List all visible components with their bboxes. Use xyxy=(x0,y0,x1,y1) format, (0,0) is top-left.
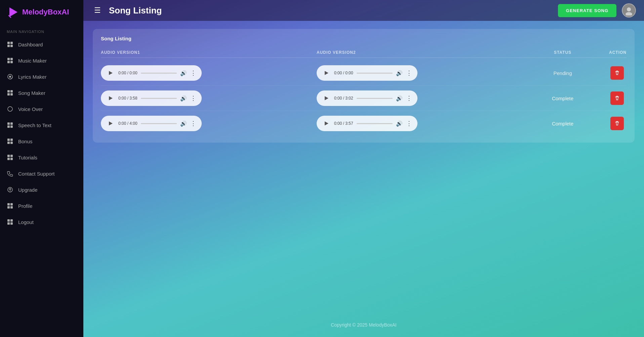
avatar[interactable] xyxy=(622,3,636,17)
table-row: 0:00 / 4:00 🔊 ⋮ 0:00 / 3:57 🔊 ⋮ xyxy=(101,111,627,136)
progress-bar[interactable] xyxy=(357,123,393,124)
audio-time: 0:00 / 4:00 xyxy=(118,121,137,126)
generate-song-button[interactable]: GENERATE SONG xyxy=(558,4,616,17)
svg-rect-2 xyxy=(7,42,10,44)
sidebar-item-contact-support[interactable]: Contact Support xyxy=(0,165,83,182)
content-area: Song Listing AUDIO VERSION1 AUDIO VERSIO… xyxy=(83,21,644,313)
main-content: ☰ Song Listing GENERATE SONG Song Listin… xyxy=(83,0,644,337)
svg-rect-33 xyxy=(10,206,13,209)
sidebar-item-lyrics-maker[interactable]: Lyrics Maker xyxy=(0,69,83,85)
more-options-button[interactable]: ⋮ xyxy=(406,95,412,102)
col-audio2: AUDIO VERSION2 xyxy=(317,50,532,55)
svg-rect-18 xyxy=(10,122,13,125)
svg-rect-14 xyxy=(7,93,10,96)
play-button[interactable] xyxy=(322,119,331,128)
sidebar-item-song-maker[interactable]: Song Maker xyxy=(0,85,83,101)
voice-icon xyxy=(7,106,13,112)
music-icon xyxy=(7,57,13,64)
progress-bar[interactable] xyxy=(141,73,177,74)
svg-rect-12 xyxy=(7,90,10,92)
svg-rect-34 xyxy=(7,219,10,222)
play-button[interactable] xyxy=(106,69,115,77)
svg-point-11 xyxy=(9,76,11,78)
progress-bar[interactable] xyxy=(141,123,177,124)
svg-rect-31 xyxy=(10,203,13,205)
col-action: ACTION xyxy=(593,50,627,55)
sidebar-item-label: Bonus xyxy=(18,139,33,144)
progress-bar[interactable] xyxy=(141,98,177,99)
more-options-button[interactable]: ⋮ xyxy=(406,69,412,77)
more-options-button[interactable]: ⋮ xyxy=(406,120,412,127)
sidebar-item-tutorials[interactable]: Tutorials xyxy=(0,149,83,165)
sidebar-item-label: Contact Support xyxy=(18,171,54,177)
grid-icon xyxy=(7,41,13,48)
sidebar-item-bonus[interactable]: Bonus xyxy=(0,133,83,149)
more-options-button[interactable]: ⋮ xyxy=(190,95,196,102)
play-button[interactable] xyxy=(106,119,115,128)
audio-player-row3-v1: 0:00 / 4:00 🔊 ⋮ xyxy=(101,116,202,131)
profile-icon xyxy=(7,202,13,209)
sidebar-item-logout[interactable]: Logout xyxy=(0,214,83,230)
svg-rect-23 xyxy=(7,142,10,144)
sidebar-item-dashboard[interactable]: Dashboard xyxy=(0,36,83,52)
svg-rect-24 xyxy=(10,142,13,144)
at-icon xyxy=(7,73,13,80)
play-button[interactable] xyxy=(106,94,115,103)
volume-icon[interactable]: 🔊 xyxy=(396,70,403,76)
table-header: AUDIO VERSION1 AUDIO VERSION2 STATUS ACT… xyxy=(101,47,627,58)
svg-rect-17 xyxy=(7,122,10,125)
more-options-button[interactable]: ⋮ xyxy=(190,120,196,127)
sidebar: MelodyBoxAI MAIN NAVIGATION Dashboard Mu… xyxy=(0,0,83,337)
play-button[interactable] xyxy=(322,69,331,77)
svg-rect-26 xyxy=(10,155,13,157)
audio-player-row1-v1: 0:00 / 0:00 🔊 ⋮ xyxy=(101,65,202,81)
speech-icon xyxy=(7,122,13,128)
status-badge: Pending xyxy=(532,70,593,76)
svg-rect-4 xyxy=(7,45,10,47)
volume-icon[interactable]: 🔊 xyxy=(396,120,403,127)
svg-rect-19 xyxy=(7,125,10,128)
sidebar-item-label: Logout xyxy=(18,219,34,225)
svg-rect-28 xyxy=(10,158,13,160)
delete-button[interactable] xyxy=(610,66,624,80)
play-button[interactable] xyxy=(322,94,331,103)
svg-rect-22 xyxy=(10,139,13,141)
action-cell xyxy=(593,117,627,130)
svg-rect-20 xyxy=(10,125,13,128)
sidebar-item-speech-to-text[interactable]: Speech to Text xyxy=(0,117,83,133)
volume-icon[interactable]: 🔊 xyxy=(180,120,187,127)
more-options-button[interactable]: ⋮ xyxy=(190,69,196,77)
svg-rect-36 xyxy=(7,222,10,225)
footer: Copyright © 2025 MelodyBoxAI xyxy=(83,313,644,337)
topbar: ☰ Song Listing GENERATE SONG xyxy=(83,0,644,21)
bonus-icon xyxy=(7,138,13,145)
sidebar-item-voice-over[interactable]: Voice Over xyxy=(0,101,83,117)
svg-marker-44 xyxy=(109,121,113,125)
svg-rect-37 xyxy=(10,222,13,225)
action-cell xyxy=(593,91,627,105)
delete-button[interactable] xyxy=(610,91,624,105)
svg-rect-6 xyxy=(7,58,10,60)
hamburger-button[interactable]: ☰ xyxy=(91,5,104,16)
progress-bar[interactable] xyxy=(357,98,393,99)
sidebar-item-label: Speech to Text xyxy=(18,122,51,128)
volume-icon[interactable]: 🔊 xyxy=(180,95,187,102)
sidebar-item-profile[interactable]: Profile xyxy=(0,198,83,214)
svg-rect-25 xyxy=(7,155,10,157)
sidebar-item-music-maker[interactable]: Music Maker xyxy=(0,52,83,69)
sidebar-item-upgrade[interactable]: Upgrade xyxy=(0,182,83,198)
progress-bar[interactable] xyxy=(357,73,393,74)
topbar-left: ☰ Song Listing xyxy=(91,5,162,16)
volume-icon[interactable]: 🔊 xyxy=(180,70,187,76)
svg-rect-13 xyxy=(10,90,13,92)
tutorials-icon xyxy=(7,154,13,161)
col-audio1: AUDIO VERSION1 xyxy=(101,50,317,55)
delete-button[interactable] xyxy=(610,117,624,130)
svg-rect-15 xyxy=(10,93,13,96)
sidebar-item-label: Tutorials xyxy=(18,155,37,160)
song-maker-icon xyxy=(7,89,13,96)
volume-icon[interactable]: 🔊 xyxy=(396,95,403,102)
svg-rect-35 xyxy=(10,219,13,222)
svg-rect-9 xyxy=(10,61,13,63)
audio-time: 0:00 / 0:00 xyxy=(118,71,137,75)
